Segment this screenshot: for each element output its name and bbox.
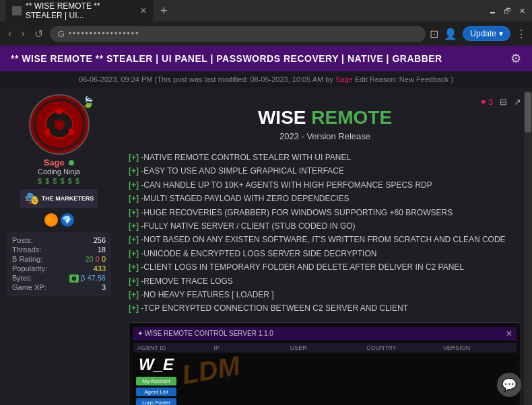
badge-orange: 🔶 <box>44 213 58 227</box>
extensions-icon[interactable]: ⊡ <box>430 28 438 40</box>
preview-column-header: VERSION <box>443 344 512 351</box>
preview-column-header: COUNTRY <box>366 344 436 351</box>
post-author: Sage <box>335 75 353 83</box>
active-tab[interactable]: ** WISE REMOTE ** STEALER | UI... ✕ <box>5 0 154 23</box>
tab-label: ** WISE REMOTE ** STEALER | UI... <box>26 1 132 20</box>
profile-icon[interactable]: 👤 <box>444 28 457 40</box>
org-name: THE MARKETERS <box>42 195 94 202</box>
main-layout: 🍃 Sage Coding Ninja $ $ $ $ $ $ 🎭 THE MA… <box>0 87 532 405</box>
list-item: [+] -HUGE RECOVERIES (GRABBER) FOR WINDO… <box>129 206 521 219</box>
site-header-title: ** WISE REMOTE ** STEALER | UI PANEL | P… <box>11 53 442 64</box>
update-chevron-icon: ▾ <box>499 29 503 38</box>
username: Sage <box>44 157 75 168</box>
list-item: [+] -NATIVE REMOTE CONTROL STEALER WITH … <box>129 151 521 164</box>
preview-watermark: LDM <box>180 351 242 390</box>
org-logo-icon: 🎭 <box>24 191 39 206</box>
post-title: WISE REMOTE <box>129 107 521 128</box>
settings-icon[interactable]: ⚙ <box>510 51 521 66</box>
forward-button[interactable]: › <box>18 26 27 41</box>
preview-button[interactable]: Logs Folder <box>136 398 176 405</box>
avatar <box>29 94 90 155</box>
maximize-button[interactable]: 🗗 <box>502 6 512 15</box>
update-button[interactable]: Update ▾ <box>463 26 510 41</box>
user-money: $ $ $ $ $ $ <box>38 177 80 185</box>
post-reactions: ♥ 3 ⊟ ↗ <box>129 97 521 107</box>
stat-gamexp: Game XP: 3 <box>12 283 106 291</box>
online-dot <box>69 160 74 165</box>
heart-icon: ♥ <box>481 97 486 107</box>
new-tab-button[interactable]: + <box>156 4 172 18</box>
leaf-icon: 🍃 <box>81 96 95 108</box>
menu-icon[interactable]: ⋮ <box>516 28 527 40</box>
post-date: 06-06-2023, 09:24 PM <box>79 75 152 83</box>
preview-body: W_E My AccountAgent ListLogs Folder LDM <box>133 353 517 405</box>
preview-sidebar: W_E My AccountAgent ListLogs Folder <box>136 355 176 405</box>
preview-button[interactable]: My Account <box>136 377 176 385</box>
page-content: ** WISE REMOTE ** STEALER | UI PANEL | P… <box>0 46 532 405</box>
preview-titlebar: ✦ WISE REMOTE CONTROL SERVER 1.1.0 ✕ <box>133 327 517 340</box>
tab-close-button[interactable]: ✕ <box>140 6 147 15</box>
screenshot-preview: ✦ WISE REMOTE CONTROL SERVER 1.1.0 ✕ AGE… <box>129 322 521 405</box>
url-bar[interactable]: G ••••••••••••••••• <box>50 26 426 42</box>
org-badge: 🎭 THE MARKETERS <box>20 189 98 208</box>
url-text: ••••••••••••••••• <box>69 29 139 38</box>
list-item: [+] -MULTI STAGED PAYLOAD WITH ZERO DEPE… <box>129 192 521 205</box>
preview-buttons: My AccountAgent ListLogs Folder <box>136 377 176 405</box>
list-item: [+] -NO HEAVY FEATURES [ LOADER ] <box>129 288 521 301</box>
preview-logo: W_E <box>136 355 176 374</box>
preview-title: ✦ WISE REMOTE CONTROL SERVER 1.1.0 <box>137 330 273 337</box>
post-edit-link[interactable]: ) <box>451 75 453 83</box>
stat-threads: Threads: 18 <box>12 246 106 254</box>
heart-reaction[interactable]: ♥ 3 <box>481 97 493 107</box>
feature-list: [+] -NATIVE REMOTE CONTROL STEALER WITH … <box>129 151 521 316</box>
browser-tabs: ** WISE REMOTE ** STEALER | UI... ✕ + <box>5 0 488 23</box>
list-item: [+] -FULLY NATIVE SERVER / CLIENT (STUB … <box>129 219 521 233</box>
google-icon: G <box>58 29 65 39</box>
stat-bytes: Bytes: ⊕ β 47.56 <box>12 274 106 282</box>
stat-brating: B Rating: 20 0 0 <box>12 255 106 263</box>
badge-blue: 💎 <box>61 213 74 227</box>
refresh-button[interactable]: ↺ <box>32 26 46 42</box>
scrollbar-track[interactable] <box>524 91 532 405</box>
beta-icon: ⊕ <box>69 274 79 283</box>
preview-column-header: USER <box>290 344 360 351</box>
site-header: ** WISE REMOTE ** STEALER | UI PANEL | P… <box>0 46 532 71</box>
preview-column-header: IP <box>213 344 283 351</box>
sharingan-svg <box>36 101 83 148</box>
browser-nav: ‹ › ↺ G ••••••••••••••••• ⊡ 👤 Update ▾ ⋮ <box>0 22 532 46</box>
scrollbar-thumb[interactable] <box>525 92 531 133</box>
share-reaction[interactable]: ⊟ <box>500 97 507 107</box>
post-meta-text: (This post was last modified: 08-05-2023… <box>155 75 333 83</box>
browser-chrome: ** WISE REMOTE ** STEALER | UI... ✕ + 🗕 … <box>0 0 532 46</box>
preview-button[interactable]: Agent List <box>136 388 176 396</box>
list-item: [+] -EASY TO USE AND SIMPLE GRAPHICAL IN… <box>129 164 521 178</box>
user-title: Coding Ninja <box>38 168 80 176</box>
list-item: [+] -TCP ENCRYPTED CONNECTION BETWEEN C2… <box>129 301 521 315</box>
nav-icons: ⊡ 👤 Update ▾ ⋮ <box>430 26 527 41</box>
sharingan-avatar <box>32 98 86 151</box>
stat-posts: Posts: 256 <box>12 236 106 244</box>
avatar-container: 🍃 Sage Coding Ninja $ $ $ $ $ $ 🎭 THE MA… <box>7 94 111 227</box>
bookmark-icon: ⊟ <box>500 97 507 107</box>
preview-column-header: AGENT ID <box>137 344 207 351</box>
link-icon: ↗ <box>514 97 521 107</box>
list-item: [+] -REMOVE TRACE LOGS <box>129 274 521 288</box>
preview-content: LDM <box>182 355 514 405</box>
browser-title-bar: ** WISE REMOTE ** STEALER | UI... ✕ + 🗕 … <box>0 0 532 22</box>
list-item: [+] -CLIENT LOGS IN TEMPORARY FOLDER AND… <box>129 260 521 274</box>
link-reaction[interactable]: ↗ <box>514 97 521 107</box>
post-body: ♥ 3 ⊟ ↗ WISE REMOTE 2023 - Version Relea… <box>118 87 532 405</box>
post-edit-reason: Edit Reason: New Feedback <box>355 75 448 83</box>
close-button[interactable]: ✕ <box>517 6 527 15</box>
back-button[interactable]: ‹ <box>5 26 14 41</box>
preview-table-header: AGENT IDIPUSERCOUNTRYVERSION <box>133 343 517 353</box>
chat-icon: 💬 <box>502 377 517 392</box>
minimize-button[interactable]: 🗕 <box>488 6 497 15</box>
tab-favicon <box>12 6 22 15</box>
avatar-wrapper: 🍃 <box>29 94 90 155</box>
badges-container: 🔶 💎 <box>44 213 74 227</box>
list-item: [+] -CAN HANDLE UP TO 10K+ AGENTS WITH H… <box>129 178 521 192</box>
chat-bubble[interactable]: 💬 <box>497 373 521 397</box>
sidebar: 🍃 Sage Coding Ninja $ $ $ $ $ $ 🎭 THE MA… <box>0 87 118 405</box>
preview-close-icon[interactable]: ✕ <box>506 329 512 338</box>
